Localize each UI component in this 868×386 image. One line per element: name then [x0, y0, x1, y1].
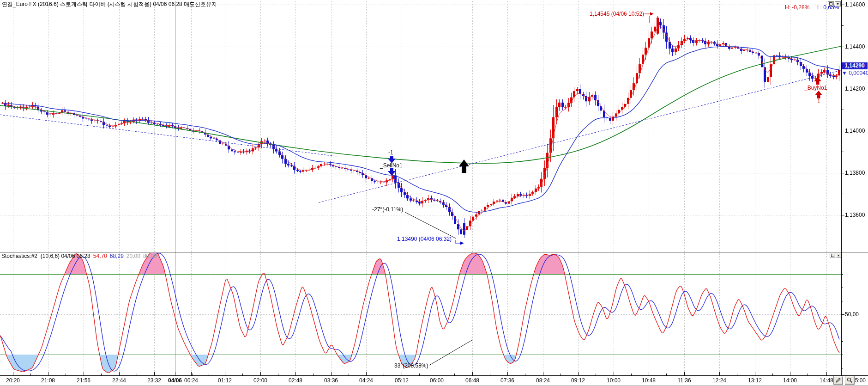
- time-tick-label: 03:36: [324, 377, 338, 384]
- price-tick-label: 1,14400: [845, 43, 865, 50]
- stochastic-k-value: 54,70: [93, 253, 107, 259]
- time-tick-label: 12:24: [712, 377, 726, 384]
- time-tick-label: 22:44: [112, 377, 126, 384]
- trading-chart-window: 연결_Euro FX (2016.6) 스토케스틱 다이버 (시스템 시험적용)…: [0, 0, 868, 386]
- high-marker: 1,14545 (04/06 10:52): [590, 11, 644, 17]
- time-tick-label: 02:00: [253, 377, 267, 384]
- time-tick-label: 10:48: [642, 377, 656, 384]
- stoch-axis-label: 50,00: [845, 311, 859, 318]
- drop-callout: -27°(-0,11%): [372, 206, 403, 213]
- price-tick-label: 1,14000: [845, 128, 865, 134]
- time-tick-label: 04:24: [359, 377, 373, 384]
- price-tick-label: 1,13800: [845, 170, 865, 176]
- price-change-value: 0,00040: [849, 70, 868, 76]
- stochastic-oversold-value: 20,00: [127, 253, 140, 259]
- stochastic-header: Stochastics:#2 (10,6,6) 04/06 06:28 54,7…: [1, 253, 157, 259]
- time-tick-label: 01:12: [218, 377, 232, 384]
- restore-icon: [829, 2, 832, 6]
- time-tick-label: 13:12: [748, 377, 762, 384]
- time-tick-label: 00:24: [184, 377, 198, 384]
- session-high-pct: H: -0,28%: [785, 4, 809, 11]
- time-tick-label: 11:36: [677, 377, 691, 384]
- stochastic-label: Stochastics:#2 (10,6,6) 04/06 06:28: [1, 253, 90, 259]
- draw-tool-button[interactable]: [833, 376, 843, 385]
- time-tick-label: 14:48: [820, 377, 833, 384]
- time-tick-label: 06:00: [430, 377, 444, 384]
- stoch-callout: 33°(208,58%): [394, 362, 428, 369]
- time-tick-label: 21:08: [41, 377, 55, 384]
- price-tick-label: 1,14200: [845, 86, 865, 92]
- time-tick-label: 23:32: [147, 377, 161, 384]
- time-tick-label: 06:48: [465, 377, 479, 384]
- stochastic-d-value: 68,29: [110, 253, 124, 259]
- time-tick-label: 02:48: [289, 377, 302, 384]
- restore-icon: [831, 254, 834, 257]
- time-tick-label: 20:20: [6, 377, 20, 384]
- price-change: ▼ 0,00040: [842, 70, 868, 76]
- time-tick-label: 04/06: [168, 377, 182, 384]
- time-tick-label: 07:36: [500, 377, 514, 384]
- time-tick-label: 08:24: [536, 377, 550, 384]
- pencil-icon: [835, 377, 841, 383]
- time-tick-label: 09:12: [571, 377, 585, 384]
- current-price-marker: 1,14290: [842, 62, 868, 69]
- time-tick-label: 05:12: [395, 377, 409, 384]
- time-tick-label: 21:56: [77, 377, 90, 384]
- price-down-icon: ▼: [842, 70, 847, 76]
- magnifier-icon: [847, 377, 853, 383]
- dropdown-icon: ▼: [836, 2, 839, 6]
- price-tick-label: 1,13600: [845, 212, 865, 218]
- low-marker: 1,13490 (04/06 06:32): [397, 236, 452, 242]
- dropdown-icon: ▼: [837, 254, 840, 257]
- chart-menu-button[interactable]: ▼: [835, 1, 841, 6]
- chart-canvas[interactable]: [0, 0, 868, 386]
- time-tick-label: 14:00: [783, 377, 797, 384]
- minus-one: -1: [388, 149, 393, 156]
- stochastic-overbought-value: 80,00: [143, 253, 157, 259]
- time-tick-label: 10:00: [607, 377, 621, 384]
- zoom-tool-button[interactable]: [845, 376, 855, 385]
- buy-signal: _BuyNo1: [804, 85, 827, 91]
- stoch-menu-button[interactable]: ▼: [836, 253, 841, 257]
- stoch-restore-button[interactable]: [830, 253, 835, 257]
- buy-count: 1: [817, 98, 820, 104]
- price-tick-label: 1,14600: [845, 1, 865, 8]
- chart-restore-button[interactable]: [828, 1, 834, 6]
- chart-title: 연결_Euro FX (2016.6) 스토케스틱 다이버 (시스템 시험적용)…: [2, 1, 217, 7]
- sell-signal: _SellNo1: [380, 162, 403, 169]
